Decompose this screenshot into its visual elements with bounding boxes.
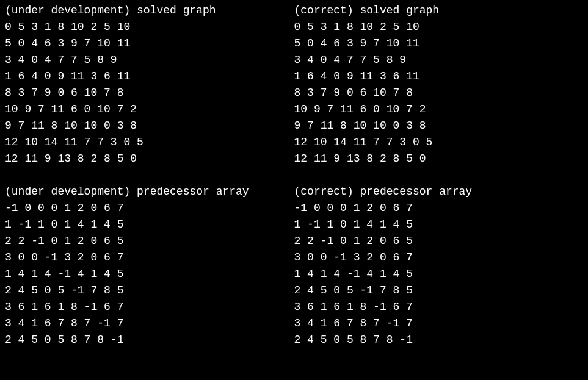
data-row: 5 0 4 6 3 9 7 10 11 xyxy=(5,35,294,52)
data-row: 12 11 9 13 8 2 8 5 0 xyxy=(294,151,584,167)
data-row: 2 4 5 0 5 8 7 8 -1 xyxy=(294,332,584,348)
data-row: 2 4 5 0 5 -1 7 8 5 xyxy=(294,282,584,299)
data-row: 0 5 3 1 8 10 2 5 10 xyxy=(5,19,294,35)
data-row: 10 9 7 11 6 0 10 7 2 xyxy=(294,101,584,118)
data-row: 1 6 4 0 9 11 3 6 11 xyxy=(5,68,294,85)
data-row: 0 5 3 1 8 10 2 5 10 xyxy=(294,19,584,35)
data-row: 1 4 1 4 -1 4 1 4 5 xyxy=(5,266,294,282)
left-solved-graph-header: (under development) solved graph xyxy=(5,2,294,19)
data-row: 9 7 11 8 10 10 0 3 8 xyxy=(294,118,584,134)
left-column: (under development) solved graph 0 5 3 1… xyxy=(5,2,294,348)
right-predecessor-array-section: (correct) predecessor array -1 0 0 0 1 2… xyxy=(294,184,584,348)
data-row: 12 11 9 13 8 2 8 5 0 xyxy=(5,151,294,167)
left-predecessor-array-section: (under development) predecessor array -1… xyxy=(5,184,294,348)
data-row: -1 0 0 0 1 2 0 6 7 xyxy=(5,200,294,217)
data-row: -1 0 0 0 1 2 0 6 7 xyxy=(294,200,584,217)
data-row: 1 -1 1 0 1 4 1 4 5 xyxy=(5,217,294,233)
data-row: 9 7 11 8 10 10 0 3 8 xyxy=(5,118,294,134)
data-row: 10 9 7 11 6 0 10 7 2 xyxy=(5,101,294,118)
right-predecessor-array-header: (correct) predecessor array xyxy=(294,184,584,200)
data-row: 1 -1 1 0 1 4 1 4 5 xyxy=(294,217,584,233)
left-solved-graph-section: (under development) solved graph 0 5 3 1… xyxy=(5,2,294,167)
data-row: 2 2 -1 0 1 2 0 6 5 xyxy=(294,233,584,249)
data-row: 2 4 5 0 5 -1 7 8 5 xyxy=(5,282,294,299)
data-row: 2 2 -1 0 1 2 0 6 5 xyxy=(5,233,294,249)
data-row: 12 10 14 11 7 7 3 0 5 xyxy=(5,134,294,151)
data-row: 3 6 1 6 1 8 -1 6 7 xyxy=(294,299,584,315)
right-solved-graph-header: (correct) solved graph xyxy=(294,2,584,19)
data-row: 3 4 0 4 7 7 5 8 9 xyxy=(5,52,294,68)
data-row: 3 4 1 6 7 8 7 -1 7 xyxy=(294,315,584,332)
data-row: 12 10 14 11 7 7 3 0 5 xyxy=(294,134,584,151)
right-solved-graph-section: (correct) solved graph 0 5 3 1 8 10 2 5 … xyxy=(294,2,584,167)
data-row: 1 6 4 0 9 11 3 6 11 xyxy=(294,68,584,85)
data-row: 3 0 0 -1 3 2 0 6 7 xyxy=(5,249,294,266)
left-predecessor-array-header: (under development) predecessor array xyxy=(5,184,294,200)
data-row: 8 3 7 9 0 6 10 7 8 xyxy=(5,85,294,101)
data-row: 1 4 1 4 -1 4 1 4 5 xyxy=(294,266,584,282)
data-row: 3 4 1 6 7 8 7 -1 7 xyxy=(5,315,294,332)
data-row: 3 4 0 4 7 7 5 8 9 xyxy=(294,52,584,68)
data-row: 8 3 7 9 0 6 10 7 8 xyxy=(294,85,584,101)
data-row: 3 6 1 6 1 8 -1 6 7 xyxy=(5,299,294,315)
terminal-output: (under development) solved graph 0 5 3 1… xyxy=(5,2,583,348)
data-row: 2 4 5 0 5 8 7 8 -1 xyxy=(5,332,294,348)
data-row: 5 0 4 6 3 9 7 10 11 xyxy=(294,35,584,52)
right-column: (correct) solved graph 0 5 3 1 8 10 2 5 … xyxy=(294,2,584,348)
data-row: 3 0 0 -1 3 2 0 6 7 xyxy=(294,249,584,266)
